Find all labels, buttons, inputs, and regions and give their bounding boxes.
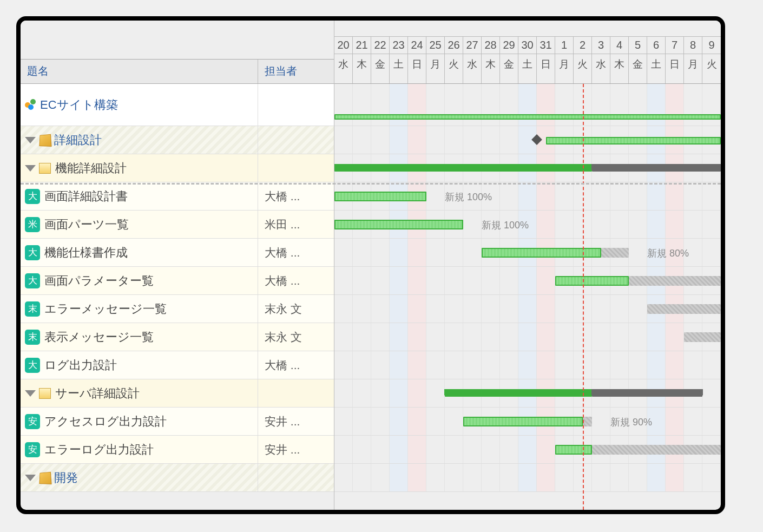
task-bar-progress[interactable]	[555, 276, 629, 286]
gantt-row	[334, 154, 721, 182]
day-label: 日	[537, 54, 555, 75]
task-bar-progress[interactable]	[463, 417, 583, 426]
task-row[interactable]: 大 ログ出力設計 大橋 ...	[21, 351, 334, 379]
task-bar-progress[interactable]	[334, 220, 463, 229]
day-label: 日	[666, 54, 683, 75]
task-row[interactable]: 大 画面パラメーター覧 大橋 ...	[21, 267, 334, 295]
timeline-day-column: 1月	[555, 37, 574, 83]
day-label: 土	[647, 54, 665, 75]
day-number: 30	[518, 37, 536, 54]
task-bar-remaining[interactable]	[601, 248, 629, 258]
day-label: 月	[555, 54, 573, 75]
day-number: 23	[390, 37, 407, 54]
day-label: 水	[334, 54, 352, 75]
collapse-icon[interactable]	[25, 390, 36, 397]
group-row[interactable]: 開発	[21, 464, 334, 492]
task-label[interactable]: 表示メッセージ一覧	[44, 329, 154, 345]
day-number: 7	[666, 37, 683, 54]
gantt-row	[334, 379, 721, 408]
task-bar-remaining[interactable]	[583, 417, 592, 426]
subgroup-row[interactable]: 機能詳細設計	[21, 154, 334, 182]
task-label[interactable]: アクセスログ出力設計	[44, 413, 167, 430]
assignee-cell: 大橋 ...	[258, 189, 334, 204]
task-label[interactable]: 機能仕様書作成	[44, 245, 128, 261]
assignee-cell: 大橋 ...	[258, 273, 334, 288]
collapse-icon[interactable]	[25, 165, 36, 172]
task-label[interactable]: ログ出力設計	[44, 357, 117, 373]
day-label: 木	[610, 54, 628, 75]
gantt-row: 新規 80%	[334, 239, 721, 267]
group-bar[interactable]	[546, 137, 721, 145]
subgroup-label[interactable]: 機能詳細設計	[55, 160, 127, 176]
task-row[interactable]: 末 エラーメッセージ一覧 末永 文	[21, 295, 334, 323]
subgroup-label[interactable]: サーバ詳細設計	[55, 385, 140, 402]
timeline-day-column: 21木	[353, 37, 371, 83]
task-label[interactable]: エラーメッセージ一覧	[44, 301, 167, 317]
project-row[interactable]: ECサイト構築	[21, 84, 334, 126]
collapse-icon[interactable]	[25, 475, 36, 481]
timeline-day-column: 28木	[482, 37, 500, 83]
task-bar-remaining[interactable]	[629, 276, 721, 286]
project-name[interactable]: ECサイト構築	[40, 97, 118, 113]
task-row[interactable]: 安 アクセスログ出力設計 安井 ...	[21, 408, 334, 436]
assignee-badge: 大	[25, 358, 40, 373]
timeline-header: 20水21木22金23土24日25月26火27水28木29金30土31日1月2火…	[334, 21, 721, 84]
assignee-badge: 大	[25, 245, 40, 260]
timeline-day-column: 30土	[518, 37, 537, 83]
summary-bar[interactable]	[445, 389, 592, 397]
day-label: 金	[371, 54, 389, 75]
gantt-row	[334, 84, 721, 126]
task-row[interactable]: 大 機能仕様書作成 大橋 ...	[21, 239, 334, 267]
group-label[interactable]: 詳細設計	[54, 132, 102, 148]
column-title-header[interactable]: 題名	[21, 60, 258, 83]
timeline-day-column: 31日	[537, 37, 555, 83]
task-row[interactable]: 末 表示メッセージ一覧 末永 文	[21, 323, 334, 351]
task-label[interactable]: 画面パーツ一覧	[44, 216, 129, 233]
column-assignee-header[interactable]: 担当者	[258, 60, 334, 83]
gantt-row	[334, 295, 721, 323]
task-list-panel: 題名 担当者 ECサイト構築 詳細設計	[21, 21, 334, 510]
gantt-row	[334, 267, 721, 295]
summary-bar[interactable]	[334, 164, 592, 172]
day-label: 土	[390, 54, 407, 75]
summary-bar-remaining[interactable]	[592, 164, 721, 172]
subgroup-row[interactable]: サーバ詳細設計	[21, 379, 334, 408]
project-icon	[25, 99, 37, 111]
gantt-row: 新規 100%	[334, 211, 721, 239]
task-bar-progress[interactable]	[555, 445, 592, 455]
summary-bar-remaining[interactable]	[592, 389, 702, 397]
collapse-icon[interactable]	[25, 137, 36, 143]
package-icon	[39, 134, 51, 146]
assignee-badge: 安	[25, 442, 40, 457]
timeline-day-column: 6土	[647, 37, 666, 83]
task-label[interactable]: 画面パラメーター覧	[44, 273, 154, 289]
project-bar[interactable]	[334, 114, 721, 120]
group-label[interactable]: 開発	[54, 470, 78, 486]
gantt-app: 題名 担当者 ECサイト構築 詳細設計	[16, 16, 725, 514]
task-bar-progress[interactable]	[334, 192, 426, 201]
timeline-day-column: 7日	[666, 37, 684, 83]
gantt-chart[interactable]: 新規 100%新規 100%新規 80%新規 90%	[334, 84, 721, 510]
separator-dash	[21, 183, 721, 185]
day-label: 水	[592, 54, 610, 75]
task-row[interactable]: 安 エラーログ出力設計 安井 ...	[21, 436, 334, 464]
task-row[interactable]: 米 画面パーツ一覧 米田 ...	[21, 211, 334, 239]
day-number: 1	[555, 37, 573, 54]
day-number: 26	[445, 37, 463, 54]
task-bar-remaining[interactable]	[647, 304, 721, 314]
group-row[interactable]: 詳細設計	[21, 126, 334, 154]
assignee-badge: 大	[25, 273, 40, 288]
day-number: 6	[647, 37, 665, 54]
day-label: 金	[500, 54, 518, 75]
day-label: 木	[482, 54, 499, 75]
assignee-cell: 大橋 ...	[258, 245, 334, 260]
task-label[interactable]: 画面詳細設計書	[44, 188, 128, 205]
task-label[interactable]: エラーログ出力設計	[44, 442, 154, 458]
task-bar-remaining[interactable]	[592, 445, 721, 455]
task-bar-remaining[interactable]	[684, 332, 721, 342]
task-row[interactable]: 大 画面詳細設計書 大橋 ...	[21, 182, 334, 211]
left-header-blank	[21, 21, 334, 60]
day-label: 火	[445, 54, 463, 75]
timeline-day-column: 2火	[574, 37, 592, 83]
day-number: 20	[334, 37, 352, 54]
